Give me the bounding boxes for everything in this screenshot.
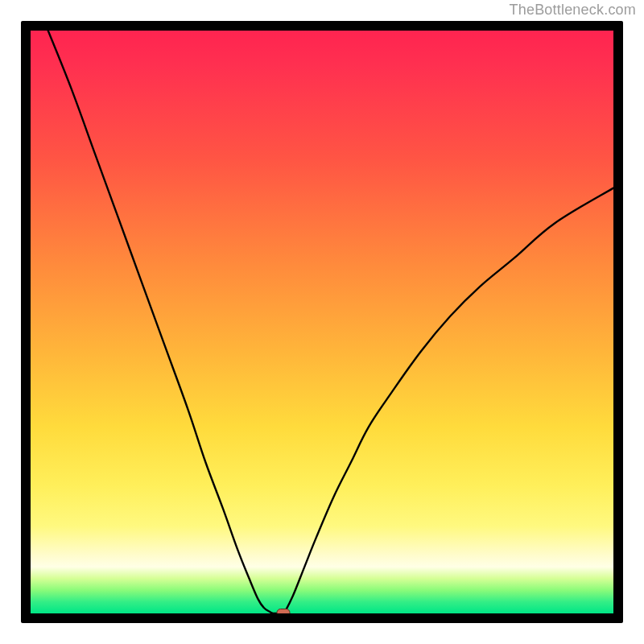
watermark-text: TheBottleneck.com — [510, 2, 636, 19]
bottleneck-curve — [31, 31, 613, 613]
curve-right-branch — [284, 188, 613, 613]
plot-border — [21, 21, 623, 623]
chart-frame: TheBottleneck.com — [0, 0, 644, 644]
curve-left-branch — [48, 31, 273, 613]
plot-area — [31, 31, 613, 613]
bottleneck-marker — [277, 609, 291, 613]
